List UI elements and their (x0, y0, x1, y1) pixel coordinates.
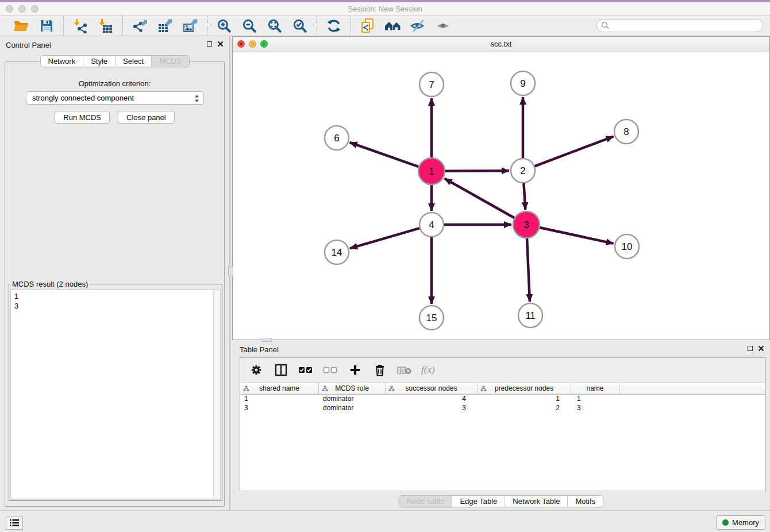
table-settings-button[interactable] (248, 361, 264, 379)
save-session-button[interactable] (37, 17, 56, 34)
tab-edge-table[interactable]: Edge Table (452, 496, 505, 507)
show-hidden-button[interactable] (434, 17, 453, 34)
svg-text:11: 11 (525, 310, 536, 321)
zoom-out-button[interactable] (240, 17, 259, 34)
tab-style[interactable]: Style (83, 56, 115, 67)
table-cell: 3 (240, 404, 319, 413)
window-title: Session: New Session (0, 5, 770, 13)
criterion-select-value: strongly connected component (32, 94, 134, 102)
function-builder-button[interactable]: f(x) (421, 364, 435, 376)
checked-boxes-icon (298, 366, 313, 374)
graph-edge-3-11[interactable] (527, 237, 530, 302)
tab-network-table[interactable]: Network Table (505, 496, 567, 507)
open-folder-icon (13, 19, 29, 33)
horizontal-splitter-handle[interactable] (261, 338, 272, 342)
table-tabs-row: Node Table Edge Table Network Table Moti… (232, 495, 770, 507)
graph-edge-1-2[interactable] (444, 171, 509, 171)
graph-node-7[interactable]: 7 (419, 72, 444, 97)
network-canvas[interactable]: 7968124314101511 (233, 52, 769, 340)
tab-select[interactable]: Select (115, 56, 151, 67)
column-header-label: name (586, 384, 603, 392)
zoom-fit-button[interactable] (265, 17, 284, 34)
column-header-MCDS-role[interactable]: MCDS role (319, 383, 386, 394)
tab-motifs[interactable]: Motifs (567, 496, 603, 507)
result-scrollbar[interactable] (213, 290, 220, 499)
float-panel-icon[interactable] (207, 41, 212, 47)
apply-layout-button[interactable] (324, 17, 344, 34)
column-header-name[interactable]: name (571, 383, 619, 394)
svg-text:14: 14 (332, 247, 342, 258)
graph-node-11[interactable]: 11 (518, 303, 542, 327)
mcds-result-line: 3 (11, 301, 220, 311)
hide-selected-button[interactable] (409, 17, 428, 34)
graph-node-8[interactable]: 8 (614, 119, 638, 144)
open-file-button[interactable] (11, 17, 31, 34)
view-group (351, 16, 460, 36)
graph-node-4[interactable]: 4 (419, 213, 444, 237)
export-table-button[interactable] (155, 17, 175, 34)
float-table-panel-icon[interactable] (748, 346, 753, 351)
tab-network[interactable]: Network (40, 56, 83, 67)
memory-button[interactable]: Memory (716, 515, 765, 530)
table-header-row: shared nameMCDS rolesuccessor nodesprede… (240, 383, 765, 395)
clone-network-button[interactable] (358, 17, 378, 34)
graph-node-6[interactable]: 6 (325, 126, 349, 150)
node-table-container: f(x) shared nameMCDS rolesuccessor nodes… (240, 357, 766, 491)
graph-node-15[interactable]: 15 (419, 306, 444, 330)
run-mcds-button[interactable]: Run MCDS (55, 111, 110, 124)
graph-edge-1-6[interactable] (350, 142, 421, 167)
graph-edge-3-10[interactable] (538, 227, 614, 243)
delete-table-icon (397, 365, 412, 375)
graph-node-9[interactable]: 9 (511, 71, 535, 95)
import-table-button[interactable] (96, 17, 116, 34)
export-image-button[interactable] (180, 17, 200, 34)
mcds-panel: Optimization criterion: strongly connect… (5, 61, 225, 507)
svg-text:7: 7 (429, 79, 434, 90)
graph-edge-2-3[interactable] (523, 182, 525, 210)
select-all-columns-button[interactable] (298, 361, 314, 379)
svg-text:9: 9 (520, 78, 525, 89)
import-network-button[interactable] (71, 17, 90, 34)
mcds-result-title: MCDS result (2 nodes) (10, 280, 90, 288)
tab-node-table[interactable]: Node Table (399, 496, 452, 507)
graph-node-1[interactable]: 1 (418, 158, 445, 184)
search-input[interactable] (596, 19, 763, 32)
graph-edge-4-14[interactable] (350, 228, 421, 248)
graph-edge-2-8[interactable] (533, 136, 614, 167)
hierarchy-icon (480, 385, 487, 392)
status-bar: Memory (0, 510, 770, 532)
graph-node-2[interactable]: 2 (511, 159, 535, 183)
network-overview-button[interactable] (383, 17, 403, 34)
close-table-panel-icon[interactable] (758, 345, 764, 352)
refresh-icon (326, 18, 341, 33)
column-header-shared-name[interactable]: shared name (240, 383, 319, 394)
svg-text:1: 1 (429, 166, 434, 177)
deselect-all-columns-button[interactable] (322, 361, 338, 379)
delete-table-button[interactable] (396, 361, 413, 379)
zoom-selected-button[interactable] (290, 17, 310, 34)
add-column-button[interactable] (347, 361, 363, 379)
graph-node-14[interactable]: 14 (325, 240, 349, 264)
column-header-label: successor nodes (405, 384, 457, 392)
delete-column-button[interactable] (372, 361, 388, 379)
close-panel-icon[interactable] (217, 41, 224, 47)
zoom-in-button[interactable] (214, 17, 234, 34)
criterion-select[interactable]: strongly connected component (26, 91, 204, 105)
mcds-result-area[interactable]: 13 (10, 290, 221, 499)
table-row[interactable]: 3dominator323 (240, 404, 765, 413)
table-row[interactable]: 1dominator411 (240, 395, 765, 404)
close-panel-button[interactable]: Close panel (118, 111, 175, 124)
tab-mcds[interactable]: MCDS (151, 56, 188, 67)
graph-edge-3-1[interactable] (445, 179, 516, 219)
task-history-button[interactable] (6, 516, 23, 530)
vertical-splitter-handle[interactable] (228, 266, 233, 276)
table-cell: 1 (240, 395, 319, 404)
column-header-successor-nodes[interactable]: successor nodes (386, 383, 478, 394)
graph-node-10[interactable]: 10 (615, 234, 639, 259)
column-header-predecessor-nodes[interactable]: predecessor nodes (478, 383, 571, 394)
graph-node-3[interactable]: 3 (513, 211, 540, 238)
table-rows: 1dominator4113dominator323 (240, 395, 765, 491)
show-column-panel-button[interactable] (273, 361, 289, 379)
export-network-button[interactable] (130, 17, 149, 34)
clone-network-icon (360, 18, 375, 34)
